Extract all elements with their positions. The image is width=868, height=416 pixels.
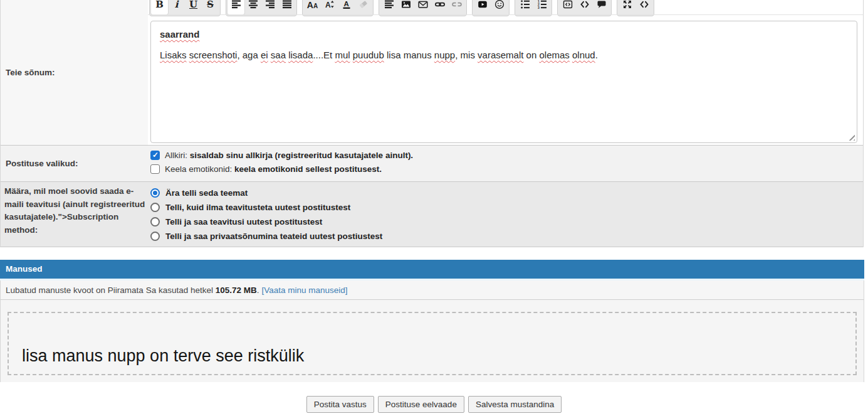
- attachment-quota-row: Lubatud manuste kvoot on Piiramata Sa ka…: [0, 280, 864, 300]
- youtube-icon: [478, 0, 488, 9]
- misspelled-word: Lisaks: [160, 50, 187, 60]
- misspelled-word: varasemalt: [478, 50, 523, 60]
- misspelled-word: puudub: [353, 50, 384, 60]
- quote-icon: [597, 0, 607, 9]
- toolbar-unlink-button[interactable]: [448, 0, 465, 14]
- toolbar-align-justify-button[interactable]: [278, 0, 295, 14]
- misspelled-word: olemas: [539, 50, 569, 60]
- toolbar-youtube-button[interactable]: [474, 0, 491, 14]
- quota-size: 105.72 MB: [216, 285, 257, 295]
- form-action-buttons: Postita vastusPostituse eelvaadeSalvesta…: [0, 396, 868, 413]
- underline-icon: U: [189, 0, 197, 10]
- horizontal-rule-icon: [384, 0, 394, 9]
- subscription-option: Telli ja saa teavitusi uutest postituste…: [150, 217, 382, 227]
- view-attachments-link[interactable]: [Vaata minu manuseid]: [262, 285, 348, 295]
- attachments-header: Manused: [0, 260, 864, 280]
- bullet-list-icon: [520, 0, 530, 9]
- toolbar-view-source-button[interactable]: [635, 0, 652, 14]
- code-block-icon: [563, 0, 573, 9]
- misspelled-word: olnud: [572, 50, 595, 60]
- align-justify-icon: [282, 0, 292, 9]
- misspelled-word: nupp: [434, 50, 455, 60]
- post-option: Keela emotikonid: keela emotikonid selle…: [150, 164, 413, 174]
- misspelled-word: saarrand: [160, 29, 199, 40]
- attachments-panel: Manused Lubatud manuste kvoot on Piirama…: [0, 260, 864, 382]
- toolbar-italic-button[interactable]: i: [168, 0, 185, 14]
- save-draft-button[interactable]: Salvesta mustandina: [468, 396, 562, 413]
- toolbar-font-size-button[interactable]: A: [321, 0, 338, 14]
- toolbar-bullet-list-button[interactable]: [516, 0, 533, 14]
- toolbar-insert-image-button[interactable]: [397, 0, 414, 14]
- font-color-icon: A: [342, 0, 352, 9]
- align-center-icon: [248, 0, 258, 9]
- radio-label[interactable]: Telli ja saa teavitusi uutest postituste…: [165, 217, 322, 227]
- strike-icon: S: [207, 0, 214, 10]
- view-source-icon: [639, 0, 649, 9]
- options-checkboxes: Allkiri: sisaldab sinu allkirja (registr…: [148, 146, 413, 181]
- subscription-option: Telli ja saa privaatsõnumina teateid uut…: [150, 232, 382, 241]
- toolbar-ordered-list-button[interactable]: 123: [533, 0, 550, 14]
- misspelled-word: saa: [271, 50, 286, 60]
- font-family-icon: AA: [307, 0, 318, 10]
- toolbar-insert-link-button[interactable]: [431, 0, 448, 14]
- toolbar-bold-button[interactable]: B: [151, 0, 168, 14]
- toolbar-horizontal-rule-button[interactable]: [380, 0, 397, 14]
- toolbar-align-left-button[interactable]: [227, 0, 244, 14]
- ordered-list-icon: 123: [537, 0, 547, 9]
- toolbar-align-center-button[interactable]: [244, 0, 261, 14]
- resize-handle-icon[interactable]: [847, 132, 855, 141]
- radio-label[interactable]: Ära telli seda teemat: [165, 188, 248, 198]
- toolbar-underline-button[interactable]: U: [185, 0, 202, 14]
- svg-text:3: 3: [538, 6, 540, 9]
- toolbar-insert-email-button[interactable]: [414, 0, 431, 14]
- toolbar-code-block-button[interactable]: [559, 0, 576, 14]
- misspelled-word: lisada: [288, 50, 313, 60]
- checkbox-unchecked[interactable]: [150, 164, 160, 174]
- subscription-row: Määra, mil moel soovid saada e-maili tea…: [1, 181, 863, 247]
- toolbar-maximize-button[interactable]: [619, 0, 635, 14]
- radio-selected[interactable]: [150, 188, 160, 198]
- misspelled-word: ei: [261, 50, 268, 60]
- post-form-panel: Teie sõnum: BiUSAAAA123 saarrandLisaks s…: [0, 0, 864, 247]
- radio-unselected[interactable]: [150, 232, 160, 241]
- toolbar-font-color-button[interactable]: A: [338, 0, 355, 14]
- font-size-icon: A: [325, 0, 335, 9]
- emoticon-icon: [494, 0, 505, 9]
- toolbar-align-right-button[interactable]: [261, 0, 278, 14]
- message-label: Teie sõnum:: [1, 0, 148, 145]
- preview-post-button[interactable]: Postituse eelvaade: [378, 396, 464, 413]
- radio-label[interactable]: Telli, kuid ilma teavitusteta uutest pos…: [165, 203, 350, 212]
- svg-text:A: A: [325, 1, 331, 9]
- maximize-icon: [622, 0, 632, 9]
- message-textarea[interactable]: saarrandLisaks screenshoti, aga ei saa l…: [150, 21, 857, 143]
- misspelled-word: mul: [335, 50, 350, 60]
- toolbar-font-family-button[interactable]: AA: [304, 0, 321, 14]
- radio-unselected[interactable]: [150, 217, 160, 227]
- toolbar-emoticon-button[interactable]: [491, 0, 508, 14]
- checkbox-label[interactable]: Keela emotikonid: keela emotikonid selle…: [165, 164, 382, 174]
- options-row: Postituse valikud: Allkiri: sisaldab sin…: [1, 145, 863, 181]
- radio-label[interactable]: Telli ja saa privaatsõnumina teateid uut…: [165, 232, 382, 241]
- toolbar-strike-button[interactable]: S: [202, 0, 219, 14]
- insert-email-icon: [418, 0, 428, 9]
- options-label: Postituse valikud:: [1, 146, 148, 181]
- toolbar-quote-button[interactable]: [593, 0, 610, 14]
- attachment-dropzone[interactable]: lisa manus nupp on terve see ristkülik: [8, 312, 857, 375]
- post-option: Allkiri: sisaldab sinu allkirja (registr…: [150, 151, 413, 160]
- message-editor: BiUSAAAA123 saarrandLisaks screenshoti, …: [148, 0, 863, 145]
- dropzone-annotation: lisa manus nupp on terve see ristkülik: [22, 346, 304, 366]
- toolbar-remove-format-button[interactable]: [355, 0, 372, 14]
- subscription-option: Telli, kuid ilma teavitusteta uutest pos…: [150, 203, 382, 212]
- italic-icon: i: [175, 0, 179, 10]
- subscription-radios: Ära telli seda teematTelli, kuid ilma te…: [148, 182, 382, 247]
- align-right-icon: [265, 0, 275, 9]
- checkbox-label[interactable]: Allkiri: sisaldab sinu allkirja (registr…: [165, 151, 413, 160]
- submit-reply-button[interactable]: Postita vastus: [306, 396, 374, 413]
- misspelled-word: screenshoti: [189, 50, 238, 60]
- panel-gap: [0, 247, 868, 260]
- radio-unselected[interactable]: [150, 203, 160, 212]
- toolbar-inline-code-button[interactable]: [576, 0, 593, 14]
- message-row: Teie sõnum: BiUSAAAA123 saarrandLisaks s…: [1, 0, 863, 145]
- checkbox-checked[interactable]: [150, 151, 160, 160]
- inline-code-icon: [580, 0, 590, 9]
